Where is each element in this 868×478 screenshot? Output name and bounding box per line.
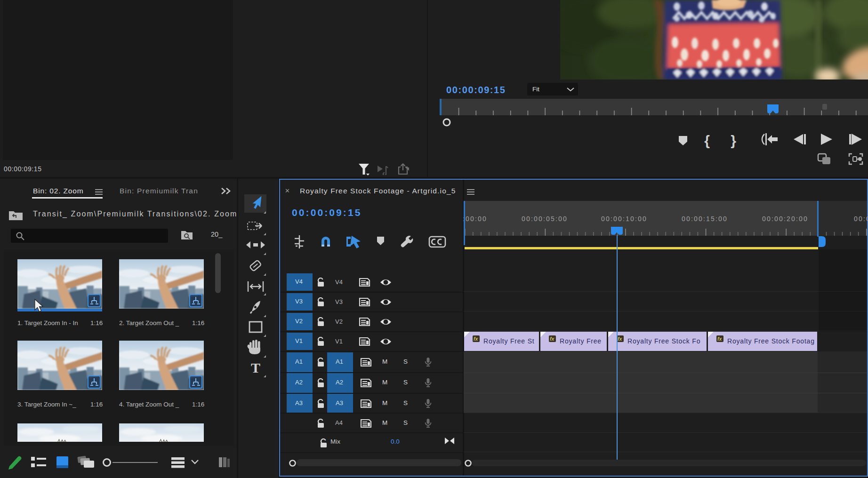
svg-text:T: T bbox=[251, 360, 260, 375]
svg-text:{: { bbox=[704, 133, 710, 148]
svg-text:}: } bbox=[731, 133, 736, 148]
